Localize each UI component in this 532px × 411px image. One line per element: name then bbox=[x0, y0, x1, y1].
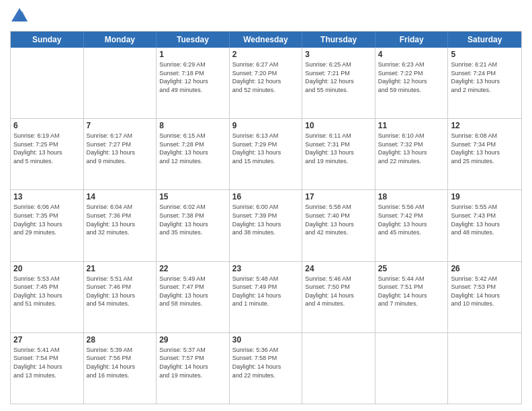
day-cell-24: 24Sunrise: 5:46 AM Sunset: 7:50 PM Dayli… bbox=[302, 262, 375, 332]
day-number: 19 bbox=[451, 192, 519, 201]
day-cell-15: 15Sunrise: 6:02 AM Sunset: 7:38 PM Dayli… bbox=[157, 190, 230, 261]
day-number: 18 bbox=[378, 192, 445, 201]
day-number: 11 bbox=[378, 121, 445, 130]
week-row-1: 1Sunrise: 6:29 AM Sunset: 7:18 PM Daylig… bbox=[11, 48, 521, 119]
header-day-sunday: Sunday bbox=[11, 32, 84, 48]
day-number: 29 bbox=[159, 335, 226, 345]
logo-icon bbox=[10, 7, 29, 26]
header bbox=[10, 7, 522, 26]
day-number: 28 bbox=[87, 335, 154, 345]
day-cell-20: 20Sunrise: 5:53 AM Sunset: 7:45 PM Dayli… bbox=[11, 262, 84, 332]
day-cell-19: 19Sunrise: 5:55 AM Sunset: 7:43 PM Dayli… bbox=[448, 190, 521, 261]
day-cell-27: 27Sunrise: 5:41 AM Sunset: 7:54 PM Dayli… bbox=[11, 333, 84, 404]
day-number: 23 bbox=[232, 264, 300, 273]
day-number: 8 bbox=[159, 121, 226, 130]
day-cell-5: 5Sunrise: 6:21 AM Sunset: 7:24 PM Daylig… bbox=[448, 48, 521, 118]
day-info: Sunrise: 6:29 AM Sunset: 7:18 PM Dayligh… bbox=[159, 60, 226, 94]
day-cell-29: 29Sunrise: 5:37 AM Sunset: 7:57 PM Dayli… bbox=[157, 333, 230, 404]
day-cell-26: 26Sunrise: 5:42 AM Sunset: 7:53 PM Dayli… bbox=[448, 262, 521, 332]
week-row-4: 20Sunrise: 5:53 AM Sunset: 7:45 PM Dayli… bbox=[11, 262, 521, 333]
day-info: Sunrise: 6:27 AM Sunset: 7:20 PM Dayligh… bbox=[232, 60, 300, 94]
calendar-body: 1Sunrise: 6:29 AM Sunset: 7:18 PM Daylig… bbox=[11, 48, 521, 404]
day-number: 27 bbox=[13, 335, 81, 345]
day-info: Sunrise: 5:55 AM Sunset: 7:43 PM Dayligh… bbox=[451, 203, 519, 236]
day-number: 20 bbox=[13, 264, 81, 273]
day-number: 30 bbox=[232, 335, 300, 345]
day-cell-11: 11Sunrise: 6:10 AM Sunset: 7:32 PM Dayli… bbox=[375, 119, 449, 189]
day-cell-14: 14Sunrise: 6:04 AM Sunset: 7:36 PM Dayli… bbox=[84, 190, 157, 261]
day-cell-6: 6Sunrise: 6:19 AM Sunset: 7:25 PM Daylig… bbox=[11, 119, 84, 189]
day-cell-9: 9Sunrise: 6:13 AM Sunset: 7:29 PM Daylig… bbox=[230, 119, 303, 189]
day-cell-21: 21Sunrise: 5:51 AM Sunset: 7:46 PM Dayli… bbox=[84, 262, 157, 332]
day-info: Sunrise: 6:19 AM Sunset: 7:25 PM Dayligh… bbox=[13, 132, 81, 165]
day-cell-12: 12Sunrise: 6:08 AM Sunset: 7:34 PM Dayli… bbox=[448, 119, 521, 189]
day-cell-1: 1Sunrise: 6:29 AM Sunset: 7:18 PM Daylig… bbox=[157, 48, 230, 118]
day-info: Sunrise: 5:41 AM Sunset: 7:54 PM Dayligh… bbox=[13, 346, 81, 379]
day-info: Sunrise: 6:02 AM Sunset: 7:38 PM Dayligh… bbox=[159, 203, 226, 236]
calendar-header-row: SundayMondayTuesdayWednesdayThursdayFrid… bbox=[11, 32, 521, 48]
empty-cell bbox=[302, 333, 375, 404]
calendar: SundayMondayTuesdayWednesdayThursdayFrid… bbox=[10, 31, 522, 404]
page: SundayMondayTuesdayWednesdayThursdayFrid… bbox=[0, 0, 532, 411]
header-day-saturday: Saturday bbox=[448, 32, 521, 48]
day-cell-2: 2Sunrise: 6:27 AM Sunset: 7:20 PM Daylig… bbox=[230, 48, 303, 118]
day-info: Sunrise: 5:51 AM Sunset: 7:46 PM Dayligh… bbox=[87, 275, 154, 308]
day-info: Sunrise: 5:49 AM Sunset: 7:47 PM Dayligh… bbox=[159, 275, 226, 308]
day-number: 17 bbox=[305, 192, 372, 201]
day-number: 24 bbox=[305, 264, 372, 273]
day-number: 21 bbox=[87, 264, 154, 273]
day-number: 14 bbox=[87, 192, 154, 201]
day-info: Sunrise: 6:06 AM Sunset: 7:35 PM Dayligh… bbox=[13, 203, 81, 236]
day-cell-7: 7Sunrise: 6:17 AM Sunset: 7:27 PM Daylig… bbox=[84, 119, 157, 189]
day-number: 22 bbox=[159, 264, 226, 273]
day-info: Sunrise: 5:44 AM Sunset: 7:51 PM Dayligh… bbox=[378, 275, 445, 308]
day-cell-10: 10Sunrise: 6:11 AM Sunset: 7:31 PM Dayli… bbox=[302, 119, 375, 189]
day-cell-30: 30Sunrise: 5:36 AM Sunset: 7:58 PM Dayli… bbox=[230, 333, 303, 404]
day-info: Sunrise: 5:56 AM Sunset: 7:42 PM Dayligh… bbox=[378, 203, 445, 236]
day-info: Sunrise: 6:10 AM Sunset: 7:32 PM Dayligh… bbox=[378, 132, 445, 165]
day-cell-17: 17Sunrise: 5:58 AM Sunset: 7:40 PM Dayli… bbox=[302, 190, 375, 261]
day-number: 2 bbox=[232, 50, 300, 59]
day-number: 15 bbox=[159, 192, 226, 201]
week-row-3: 13Sunrise: 6:06 AM Sunset: 7:35 PM Dayli… bbox=[11, 190, 521, 261]
day-cell-25: 25Sunrise: 5:44 AM Sunset: 7:51 PM Dayli… bbox=[375, 262, 449, 332]
day-info: Sunrise: 5:39 AM Sunset: 7:56 PM Dayligh… bbox=[87, 346, 154, 379]
day-info: Sunrise: 6:23 AM Sunset: 7:22 PM Dayligh… bbox=[378, 60, 445, 94]
day-info: Sunrise: 6:08 AM Sunset: 7:34 PM Dayligh… bbox=[451, 132, 519, 165]
empty-cell bbox=[375, 333, 449, 404]
day-info: Sunrise: 6:17 AM Sunset: 7:27 PM Dayligh… bbox=[87, 132, 154, 165]
day-info: Sunrise: 5:42 AM Sunset: 7:53 PM Dayligh… bbox=[451, 275, 519, 308]
day-info: Sunrise: 5:58 AM Sunset: 7:40 PM Dayligh… bbox=[305, 203, 372, 236]
day-cell-23: 23Sunrise: 5:48 AM Sunset: 7:49 PM Dayli… bbox=[230, 262, 303, 332]
day-info: Sunrise: 6:15 AM Sunset: 7:28 PM Dayligh… bbox=[159, 132, 226, 165]
day-cell-28: 28Sunrise: 5:39 AM Sunset: 7:56 PM Dayli… bbox=[84, 333, 157, 404]
day-number: 12 bbox=[451, 121, 519, 130]
day-number: 26 bbox=[451, 264, 519, 273]
logo bbox=[10, 7, 32, 26]
day-cell-4: 4Sunrise: 6:23 AM Sunset: 7:22 PM Daylig… bbox=[375, 48, 449, 118]
day-number: 5 bbox=[451, 50, 519, 59]
header-day-monday: Monday bbox=[84, 32, 157, 48]
day-number: 6 bbox=[13, 121, 81, 130]
day-number: 1 bbox=[159, 50, 226, 59]
day-info: Sunrise: 5:36 AM Sunset: 7:58 PM Dayligh… bbox=[232, 346, 300, 379]
day-number: 3 bbox=[305, 50, 372, 59]
day-info: Sunrise: 5:46 AM Sunset: 7:50 PM Dayligh… bbox=[305, 275, 372, 308]
header-day-friday: Friday bbox=[375, 32, 449, 48]
day-number: 4 bbox=[378, 50, 445, 59]
day-info: Sunrise: 6:25 AM Sunset: 7:21 PM Dayligh… bbox=[305, 60, 372, 94]
day-number: 7 bbox=[87, 121, 154, 130]
day-cell-3: 3Sunrise: 6:25 AM Sunset: 7:21 PM Daylig… bbox=[302, 48, 375, 118]
day-info: Sunrise: 6:13 AM Sunset: 7:29 PM Dayligh… bbox=[232, 132, 300, 165]
day-cell-8: 8Sunrise: 6:15 AM Sunset: 7:28 PM Daylig… bbox=[157, 119, 230, 189]
day-info: Sunrise: 6:00 AM Sunset: 7:39 PM Dayligh… bbox=[232, 203, 300, 236]
day-cell-16: 16Sunrise: 6:00 AM Sunset: 7:39 PM Dayli… bbox=[230, 190, 303, 261]
day-info: Sunrise: 5:53 AM Sunset: 7:45 PM Dayligh… bbox=[13, 275, 81, 308]
day-info: Sunrise: 5:48 AM Sunset: 7:49 PM Dayligh… bbox=[232, 275, 300, 308]
day-info: Sunrise: 6:11 AM Sunset: 7:31 PM Dayligh… bbox=[305, 132, 372, 165]
day-cell-13: 13Sunrise: 6:06 AM Sunset: 7:35 PM Dayli… bbox=[11, 190, 84, 261]
week-row-5: 27Sunrise: 5:41 AM Sunset: 7:54 PM Dayli… bbox=[11, 333, 521, 404]
header-day-thursday: Thursday bbox=[302, 32, 375, 48]
day-number: 16 bbox=[232, 192, 300, 201]
header-day-wednesday: Wednesday bbox=[230, 32, 303, 48]
